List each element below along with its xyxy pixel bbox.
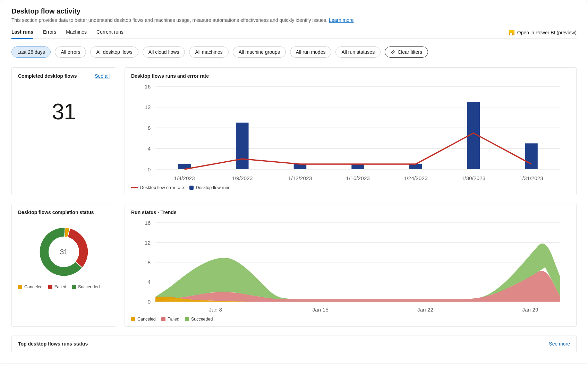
filter-bar: Last 28 days All errors All desktop flow…: [11, 46, 577, 58]
completion-legend: Canceled Failed Succeeded: [18, 284, 110, 289]
square-swatch-icon: [72, 285, 76, 289]
legend-label: Failed: [54, 284, 66, 289]
legend-item-succeeded: Succeeded: [72, 284, 100, 289]
tab-errors[interactable]: Errors: [43, 29, 56, 39]
dashboard-grid: Completed desktop flows See all 31 Deskt…: [11, 67, 577, 353]
legend-label: Failed: [168, 317, 179, 322]
svg-text:16: 16: [145, 220, 151, 226]
svg-text:Jan 22: Jan 22: [417, 307, 433, 313]
filter-desktop-flows[interactable]: All desktop flows: [90, 46, 138, 58]
svg-text:8: 8: [148, 125, 151, 131]
card-run-status-trends: Run status - Trends 0481216Jan 8Jan 15Ja…: [125, 204, 577, 327]
filter-machines[interactable]: All machines: [189, 46, 228, 58]
square-swatch-icon: [131, 317, 135, 321]
legend-item-succeeded: Succeeded: [185, 317, 213, 322]
legend-label: Desktop flow error rate: [140, 185, 184, 190]
card-completion-status: Desktop flows completion status 31 Cance…: [11, 204, 116, 327]
svg-text:31: 31: [60, 248, 68, 256]
legend-label: Succeeded: [191, 317, 213, 322]
trends-legend: Canceled Failed Succeeded: [131, 317, 570, 322]
tab-machines[interactable]: Machines: [66, 29, 87, 39]
card-header: Completed desktop flows See all: [18, 73, 110, 79]
card-header: Desktop flows runs and error rate: [131, 73, 570, 79]
svg-text:1/4/2023: 1/4/2023: [174, 175, 195, 181]
legend-item-canceled: Canceled: [18, 284, 43, 289]
svg-text:Jan 8: Jan 8: [209, 307, 222, 313]
page-container: Desktop flow activity This section provi…: [1, 1, 587, 364]
filter-run-modes[interactable]: All run modes: [290, 46, 332, 58]
trends-chart: 0481216Jan 8Jan 15Jan 22Jan 29: [131, 218, 570, 315]
filter-run-statuses[interactable]: All run statuses: [335, 46, 381, 58]
card-title: Completed desktop flows: [18, 73, 77, 79]
page-title: Desktop flow activity: [11, 7, 577, 15]
svg-text:8: 8: [148, 259, 151, 265]
svg-rect-16: [351, 164, 364, 169]
svg-text:1/9/2023: 1/9/2023: [232, 175, 253, 181]
card-runs-error-rate: Desktop flows runs and error rate 048121…: [125, 67, 577, 195]
svg-text:0: 0: [148, 167, 151, 172]
clear-filters-button[interactable]: Clear filters: [385, 46, 428, 58]
legend-item-canceled: Canceled: [131, 317, 156, 322]
open-in-power-bi-label: Open in Power BI (preview): [517, 30, 577, 35]
clear-filters-label: Clear filters: [398, 49, 422, 55]
runs-error-legend: Desktop flow error rate Desktop flow run…: [131, 185, 570, 190]
legend-item-failed: Failed: [48, 284, 66, 289]
see-more-link[interactable]: See more: [549, 341, 570, 347]
svg-text:12: 12: [145, 240, 151, 246]
runs-error-chart: 04812161/4/20231/9/20231/12/20231/16/202…: [131, 82, 570, 184]
svg-rect-22: [525, 143, 538, 169]
tab-bar: Last runs Errors Machines Current runs O…: [11, 29, 577, 39]
square-swatch-icon: [18, 285, 22, 289]
svg-text:1/31/2023: 1/31/2023: [519, 175, 543, 181]
card-title: Top desktop flows runs status: [18, 341, 88, 347]
power-bi-icon: [509, 30, 514, 35]
filter-date-range[interactable]: Last 28 days: [11, 46, 51, 58]
legend-label: Canceled: [137, 317, 156, 322]
card-title: Run status - Trends: [131, 210, 177, 215]
tab-current-runs[interactable]: Current runs: [96, 29, 123, 39]
svg-text:1/12/2023: 1/12/2023: [288, 175, 312, 181]
page-description-text: This section provides data to better und…: [11, 17, 327, 23]
square-swatch-icon: [189, 186, 194, 190]
square-swatch-icon: [161, 317, 165, 321]
line-swatch-icon: [131, 187, 138, 188]
square-swatch-icon: [185, 317, 189, 321]
svg-text:Jan 15: Jan 15: [312, 307, 328, 313]
legend-item-runs: Desktop flow runs: [189, 185, 230, 190]
svg-text:16: 16: [145, 84, 151, 90]
svg-text:1/24/2023: 1/24/2023: [404, 175, 428, 181]
card-top-flows: Top desktop flows runs status See more: [11, 335, 577, 353]
card-title: Desktop flows runs and error rate: [131, 73, 209, 79]
card-header: Desktop flows completion status: [18, 210, 110, 215]
legend-item-error-rate: Desktop flow error rate: [131, 185, 184, 190]
svg-text:4: 4: [148, 146, 151, 152]
legend-label: Succeeded: [78, 284, 100, 289]
tab-last-runs[interactable]: Last runs: [11, 29, 33, 39]
svg-text:4: 4: [148, 279, 151, 285]
card-header: Run status - Trends: [131, 210, 570, 215]
legend-label: Canceled: [24, 284, 43, 289]
filter-cloud-flows[interactable]: All cloud flows: [143, 46, 185, 58]
svg-text:12: 12: [145, 104, 151, 110]
square-swatch-icon: [48, 285, 52, 289]
open-in-power-bi-button[interactable]: Open in Power BI (preview): [509, 30, 577, 38]
svg-rect-12: [236, 123, 249, 169]
svg-text:Jan 29: Jan 29: [522, 307, 538, 313]
svg-text:1/30/2023: 1/30/2023: [462, 175, 486, 181]
svg-text:0: 0: [148, 299, 151, 305]
svg-text:1/16/2023: 1/16/2023: [346, 175, 370, 181]
svg-rect-14: [294, 164, 307, 169]
see-all-link[interactable]: See all: [95, 73, 110, 79]
page-description: This section provides data to better und…: [11, 17, 577, 23]
tabs: Last runs Errors Machines Current runs: [11, 29, 509, 39]
learn-more-link[interactable]: Learn more: [329, 17, 354, 23]
svg-rect-18: [409, 164, 422, 169]
filter-errors[interactable]: All errors: [55, 46, 86, 58]
filter-machine-groups[interactable]: All machine groups: [233, 46, 286, 58]
eraser-icon: [391, 50, 395, 54]
card-completed-flows: Completed desktop flows See all 31: [11, 67, 116, 195]
card-title: Desktop flows completion status: [18, 210, 94, 215]
completion-donut-chart: 31: [18, 218, 110, 283]
completed-flows-count: 31: [18, 82, 110, 145]
legend-item-failed: Failed: [161, 317, 179, 322]
